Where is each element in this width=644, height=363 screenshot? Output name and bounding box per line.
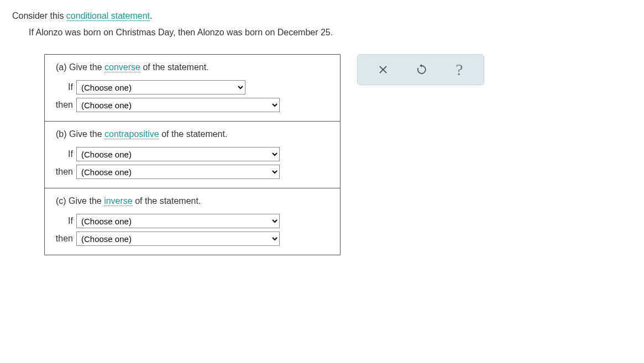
part-c: (c) Give the inverse of the statement. I…	[45, 188, 340, 255]
part-c-before: Give the	[66, 196, 104, 206]
part-a-if-select[interactable]: (Choose one)	[76, 80, 245, 94]
inverse-link[interactable]: inverse	[104, 196, 133, 206]
help-button[interactable]: ?	[452, 58, 466, 81]
part-b-label: (b)	[56, 129, 67, 139]
if-label: If	[51, 82, 76, 92]
reset-button[interactable]	[413, 61, 431, 78]
part-c-prompt: (c) Give the inverse of the statement.	[45, 196, 340, 213]
help-icon: ?	[455, 61, 463, 78]
intro-suffix: .	[150, 11, 152, 20]
then-label: then	[51, 100, 76, 110]
part-a-after: of the statement.	[140, 62, 209, 72]
part-a-then-select[interactable]: (Choose one)	[76, 98, 280, 112]
then-label: then	[51, 234, 76, 244]
part-b-before: Give the	[67, 129, 104, 139]
part-b-prompt: (b) Give the contrapositive of the state…	[45, 129, 340, 146]
reset-icon	[416, 64, 427, 75]
if-label: If	[51, 149, 76, 159]
part-b-then-select[interactable]: (Choose one)	[76, 165, 280, 179]
close-icon	[378, 65, 388, 75]
part-b-if-select[interactable]: (Choose one)	[76, 147, 280, 161]
toolbar: ?	[357, 54, 484, 85]
part-a-prompt: (a) Give the converse of the statement.	[45, 62, 340, 79]
close-button[interactable]	[375, 61, 391, 78]
if-label: If	[51, 216, 76, 226]
question-box: (a) Give the converse of the statement. …	[44, 54, 341, 255]
converse-link[interactable]: converse	[104, 62, 140, 72]
part-c-then-select[interactable]: (Choose one)	[76, 232, 280, 246]
part-c-if-select[interactable]: (Choose one)	[76, 214, 280, 228]
part-a-label: (a)	[56, 62, 67, 72]
part-c-after: of the statement.	[133, 196, 201, 206]
part-b-after: of the statement.	[159, 129, 228, 139]
then-label: then	[51, 167, 76, 177]
intro-prefix: Consider this	[12, 11, 66, 20]
part-c-label: (c)	[56, 196, 66, 206]
svg-marker-2	[420, 64, 422, 67]
part-a: (a) Give the converse of the statement. …	[45, 55, 340, 122]
part-b: (b) Give the contrapositive of the state…	[45, 122, 340, 188]
part-a-before: Give the	[67, 62, 104, 72]
contrapositive-link[interactable]: contrapositive	[104, 129, 159, 139]
conditional-statement-link[interactable]: conditional statement	[66, 11, 150, 21]
intro-text: Consider this conditional statement.	[12, 11, 632, 21]
given-statement: If Alonzo was born on Christmas Day, the…	[29, 28, 632, 38]
